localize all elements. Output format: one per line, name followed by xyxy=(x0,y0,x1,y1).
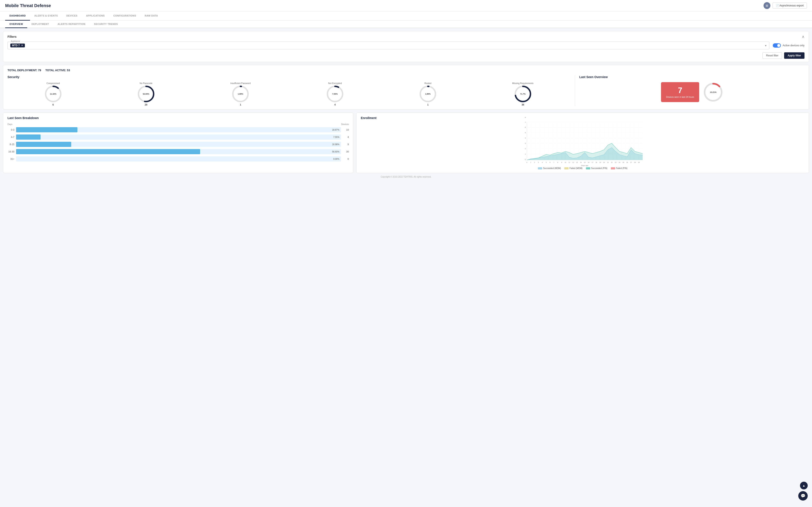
security-row: Security Compromised 11.32% 6 xyxy=(7,75,805,106)
donut-not-encrypted-label: Not Encrypted xyxy=(328,82,342,84)
svg-text:15: 15 xyxy=(584,162,586,163)
tag-remove-icon[interactable]: ✕ xyxy=(21,44,23,47)
bar-pct-0-3: 18.87% xyxy=(332,129,339,131)
svg-text:7: 7 xyxy=(554,162,555,163)
tab-raw-data[interactable]: RAW DATA xyxy=(140,11,162,20)
filters-title: Filters xyxy=(7,35,16,38)
section-divider xyxy=(575,75,575,106)
bar-row-4-7: 4-7 7.55% 4 xyxy=(7,134,349,139)
svg-text:4: 4 xyxy=(525,137,526,139)
async-export-button[interactable]: 📄 Asynchronous export xyxy=(772,3,807,9)
donut-no-passcode: No Passcode 52.83% 28 xyxy=(137,82,155,106)
donut-rooted-label: Rooted xyxy=(424,82,431,84)
svg-text:20: 20 xyxy=(603,162,605,163)
bar-label-8-15: 8-15 xyxy=(7,143,14,146)
svg-text:26: 26 xyxy=(627,162,628,163)
subtab-overview[interactable]: OVERVIEW xyxy=(5,20,27,28)
svg-text:10: 10 xyxy=(565,162,567,163)
svg-text:24: 24 xyxy=(619,162,621,163)
svg-text:23: 23 xyxy=(615,162,617,163)
donut-rooted: Rooted 1.89% 1 xyxy=(419,82,437,106)
donut-no-passcode-label: No Passcode xyxy=(139,82,152,84)
tab-devices[interactable]: DEVICES xyxy=(62,11,82,20)
legend-succeeded-mdm: Succeeded (MDM) xyxy=(538,167,561,169)
bar-container-31plus: 0.00% xyxy=(16,156,341,162)
bottom-row: Last Seen Breakdown Days Devices 0-3 18.… xyxy=(3,113,809,173)
svg-text:27: 27 xyxy=(630,162,632,163)
last-seen-overview-donut-pct: 13.21% xyxy=(710,91,716,93)
enrollment-title: Enrollment xyxy=(361,116,805,120)
donut-insufficient-password-label: Insufficient Password xyxy=(230,82,250,84)
donut-compromised-label: Compromised xyxy=(47,82,60,84)
donut-insufficient-password-pct: 1.89% xyxy=(238,93,243,95)
mtd-tag: MTD 7 ✕ xyxy=(10,44,25,47)
svg-text:4: 4 xyxy=(542,162,543,163)
active-toggle-wrapper: Active devices only xyxy=(773,43,805,48)
bar-fill-8-15 xyxy=(16,142,71,147)
grid-icon-button[interactable]: ⊞ xyxy=(763,2,770,9)
collapse-icon[interactable]: ∧ xyxy=(802,34,805,39)
filters-row: Appliance MTD 7 ✕ ▾ Active devices only xyxy=(7,42,805,49)
svg-text:18: 18 xyxy=(596,162,597,163)
svg-text:5: 5 xyxy=(525,132,526,133)
donut-insufficient-password-count: 1 xyxy=(240,103,241,106)
donut-missing-requirements: Missing Requirements 71.7% 38 xyxy=(512,82,533,106)
svg-text:8: 8 xyxy=(558,162,558,163)
svg-text:7: 7 xyxy=(525,121,526,123)
bar-row-31plus: 31+ 0.00% 0 xyxy=(7,156,349,162)
subtab-alerts-repartition[interactable]: ALERTS REPARTITION xyxy=(53,20,90,28)
bar-devices-31plus: 0 xyxy=(343,158,349,160)
subtab-security-trends[interactable]: SECURITY TRENDS xyxy=(90,20,122,28)
last-seen-overview-content: 7 Devices seen in last 24 hours 13.21% xyxy=(579,82,805,102)
svg-text:1: 1 xyxy=(530,162,531,163)
bar-pct-31plus: 0.00% xyxy=(333,158,339,160)
appliance-label: Appliance xyxy=(10,40,21,43)
bar-chart-headers: Days Devices xyxy=(7,123,349,125)
reset-filter-button[interactable]: Reset filter xyxy=(762,52,782,59)
bar-label-16-30: 16-30 xyxy=(7,150,14,153)
donut-charts-row: Compromised 11.32% 6 No Passcode xyxy=(7,82,571,106)
bar-fill-4-7 xyxy=(16,134,41,139)
bar-fill-0-3 xyxy=(16,127,77,132)
active-devices-toggle[interactable] xyxy=(773,43,781,48)
svg-text:3: 3 xyxy=(538,162,539,163)
tab-alerts-events[interactable]: ALERTS & EVENTS xyxy=(30,11,62,20)
svg-text:25: 25 xyxy=(623,162,624,163)
last-seen-overview-section: Last Seen Overview 7 Devices seen in las… xyxy=(579,75,805,106)
donut-missing-requirements-label: Missing Requirements xyxy=(512,82,533,84)
svg-text:17: 17 xyxy=(592,162,593,163)
main-content: TOTAL DEPLOYMENT: 79 TOTAL ACTIVE: 53 Se… xyxy=(0,65,812,183)
svg-text:29: 29 xyxy=(638,162,640,163)
svg-text:21: 21 xyxy=(607,162,609,163)
bar-fill-16-30 xyxy=(16,149,200,154)
donut-no-passcode-count: 28 xyxy=(145,103,147,106)
enrollment-card: Enrollment 0 1 2 3 4 xyxy=(356,113,809,173)
donut-rooted-pct: 1.89% xyxy=(425,93,431,95)
bar-devices-4-7: 4 xyxy=(343,136,349,138)
donut-missing-requirements-pct: 71.7% xyxy=(520,93,526,95)
last-24h-box: 7 Devices seen in last 24 hours xyxy=(661,82,699,102)
subtab-deployment[interactable]: DEPLOYMENT xyxy=(27,20,53,28)
tab-configurations[interactable]: CONFIGURATIONS xyxy=(109,11,140,20)
svg-text:28: 28 xyxy=(634,162,636,163)
bar-pct-16-30: 56.60% xyxy=(332,151,339,153)
tab-dashboard[interactable]: DASHBOARD xyxy=(5,11,30,20)
svg-text:11: 11 xyxy=(569,162,570,163)
tab-applications[interactable]: APPLICATIONS xyxy=(82,11,109,20)
page-footer: Copyright © 2010-2022 TEHTRIS. All right… xyxy=(3,173,809,181)
donut-compromised-pct: 11.32% xyxy=(50,93,56,95)
app-header: Mobile Threat Defense ⊞ 📄 Asynchronous e… xyxy=(0,0,812,11)
security-title: Security xyxy=(7,75,571,79)
days-header: Days xyxy=(7,123,16,125)
legend-failed-mdm: Failed (MDM) xyxy=(564,167,582,169)
donut-rooted-count: 1 xyxy=(427,103,428,106)
bar-label-4-7: 4-7 xyxy=(7,136,14,138)
bar-pct-8-15: 16.98% xyxy=(332,143,339,146)
apply-filter-button[interactable]: Apply filter xyxy=(784,52,805,59)
svg-text:9: 9 xyxy=(561,162,562,163)
last-seen-breakdown-card: Last Seen Breakdown Days Devices 0-3 18.… xyxy=(3,113,353,173)
header-actions: ⊞ 📄 Asynchronous export xyxy=(763,2,807,9)
bar-devices-16-30: 30 xyxy=(343,150,349,153)
total-active-value: 53 xyxy=(67,69,70,72)
donut-missing-requirements-count: 38 xyxy=(522,103,524,106)
